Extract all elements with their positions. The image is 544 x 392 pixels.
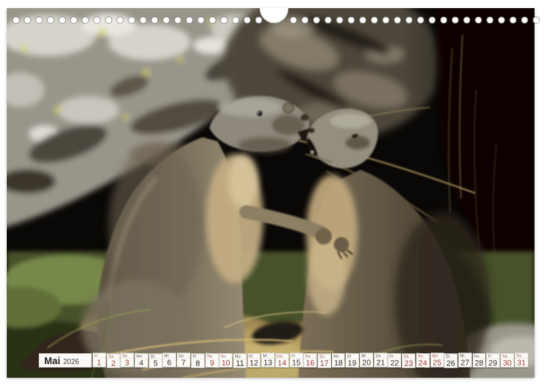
day-number: 21 bbox=[375, 358, 387, 366]
punch-hole bbox=[163, 17, 169, 23]
punch-hole bbox=[441, 17, 447, 23]
weekday-label: Mo bbox=[333, 354, 345, 359]
day-cell-17: So17 bbox=[318, 353, 331, 368]
day-number: 12 bbox=[248, 359, 260, 367]
calendar-strip: Mai 2026 Fr1Sa2So3Mo4Di5Mi6Do7Fr8Sa9So10… bbox=[39, 353, 528, 368]
day-cell-14: Do14 bbox=[275, 353, 289, 368]
day-cell-6: Mi6 bbox=[163, 353, 176, 367]
weekday-label: Sa bbox=[501, 354, 513, 359]
punch-hole bbox=[82, 17, 88, 23]
day-number: 14 bbox=[276, 359, 288, 367]
day-cell-15: Fr15 bbox=[290, 353, 303, 367]
day-cell-4: Mo4 bbox=[135, 353, 148, 368]
punch-hole bbox=[221, 17, 227, 23]
punch-hole bbox=[394, 17, 401, 23]
month-label: Mai bbox=[44, 355, 61, 367]
punch-hole bbox=[360, 17, 366, 23]
day-number: 10 bbox=[220, 359, 232, 367]
day-number: 27 bbox=[459, 358, 471, 366]
day-cell-2: Sa2 bbox=[107, 353, 120, 368]
punch-hole bbox=[94, 17, 100, 23]
marmot-photo-illustration bbox=[7, 8, 534, 378]
punch-hole bbox=[105, 17, 112, 23]
punch-hole bbox=[464, 17, 470, 23]
day-number: 2 bbox=[107, 359, 120, 367]
day-cell-3: So3 bbox=[120, 353, 134, 367]
punch-hole bbox=[140, 17, 146, 23]
punch-hole bbox=[498, 17, 505, 23]
punch-hole bbox=[533, 17, 539, 23]
day-number: 4 bbox=[135, 359, 148, 367]
day-number: 26 bbox=[445, 359, 457, 367]
punch-hole bbox=[429, 17, 435, 23]
day-number: 16 bbox=[304, 359, 316, 367]
day-cell-19: Di19 bbox=[345, 353, 359, 368]
punch-hole bbox=[175, 17, 181, 23]
day-number: 7 bbox=[177, 358, 190, 366]
month-year-box: Mai 2026 bbox=[39, 353, 92, 368]
day-number: 11 bbox=[234, 359, 246, 367]
day-number: 1 bbox=[93, 358, 105, 366]
day-number: 31 bbox=[515, 358, 528, 366]
day-cell-21: Do21 bbox=[374, 353, 388, 367]
punch-hole bbox=[348, 17, 354, 23]
punch-hole bbox=[313, 17, 320, 23]
day-number: 22 bbox=[388, 359, 401, 367]
weekday-label: Do bbox=[473, 354, 486, 359]
day-number: 30 bbox=[501, 359, 513, 367]
weekday-label: Fr bbox=[388, 354, 401, 359]
day-number: 13 bbox=[262, 358, 274, 366]
day-cell-5: Di5 bbox=[149, 353, 163, 368]
day-cell-9: Sa9 bbox=[205, 353, 218, 368]
weekday-label: So bbox=[220, 354, 232, 359]
punch-hole bbox=[244, 17, 250, 23]
day-cell-29: Fr29 bbox=[486, 353, 500, 368]
day-number: 15 bbox=[290, 358, 303, 366]
weekday-label: Di bbox=[248, 354, 260, 359]
day-cell-23: Sa23 bbox=[402, 353, 415, 368]
day-number: 29 bbox=[487, 359, 499, 367]
punch-hole bbox=[302, 17, 308, 23]
day-cell-13: Mi13 bbox=[261, 353, 275, 367]
day-cell-31: So31 bbox=[515, 353, 528, 367]
day-cell-12: Di12 bbox=[248, 353, 261, 368]
punch-hole bbox=[256, 17, 262, 23]
punch-hole bbox=[487, 17, 493, 23]
punch-hole bbox=[475, 17, 481, 23]
punch-hole bbox=[233, 17, 239, 23]
day-cell-25: Mo25 bbox=[430, 353, 443, 367]
punch-hole bbox=[290, 17, 296, 23]
day-cell-22: Fr22 bbox=[388, 353, 401, 368]
day-number: 17 bbox=[318, 359, 330, 367]
day-number: 19 bbox=[346, 359, 358, 367]
day-cell-11: Mo11 bbox=[233, 353, 247, 368]
punch-hole bbox=[383, 17, 389, 23]
punch-hole bbox=[198, 17, 204, 23]
punch-hole bbox=[117, 17, 123, 23]
punch-hole bbox=[452, 17, 458, 23]
day-number: 28 bbox=[473, 359, 486, 367]
day-number: 18 bbox=[333, 359, 345, 367]
day-cell-24: So24 bbox=[416, 353, 430, 368]
day-number: 3 bbox=[121, 358, 133, 366]
punch-hole bbox=[418, 17, 424, 23]
day-cell-10: So10 bbox=[219, 353, 233, 368]
day-cell-7: Do7 bbox=[177, 353, 190, 367]
punch-hole bbox=[337, 17, 343, 23]
punch-hole bbox=[325, 17, 331, 23]
weekday-label: Sa bbox=[304, 354, 316, 359]
day-cell-20: Mi20 bbox=[360, 353, 373, 367]
day-cell-26: Di26 bbox=[444, 353, 458, 368]
punch-hole bbox=[152, 17, 158, 23]
punch-hole bbox=[209, 17, 216, 23]
day-number: 5 bbox=[150, 359, 162, 367]
punch-hole bbox=[48, 17, 54, 23]
day-number: 20 bbox=[360, 358, 373, 366]
punch-hole bbox=[59, 17, 65, 23]
day-cell-28: Do28 bbox=[473, 353, 486, 368]
day-number: 9 bbox=[205, 359, 218, 367]
day-number: 23 bbox=[403, 359, 415, 367]
day-number: 25 bbox=[430, 358, 443, 366]
day-number: 24 bbox=[417, 359, 429, 367]
punch-hole bbox=[129, 17, 135, 23]
